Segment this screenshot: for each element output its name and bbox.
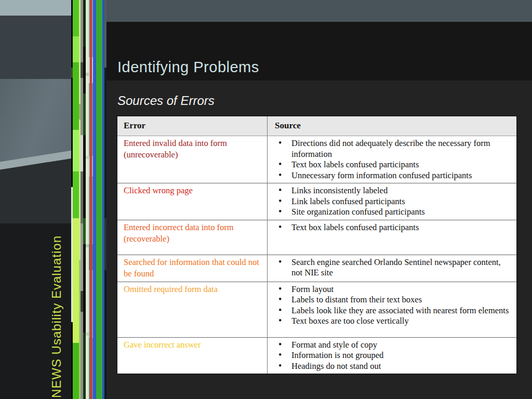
- error-cell: Searched for information that could not …: [117, 255, 268, 282]
- photo-band-light: [0, 0, 71, 16]
- error-cell: Entered invalid data into form (unrecove…: [117, 136, 268, 183]
- error-cell: Clicked wrong page: [117, 183, 268, 220]
- top-band: [107, 0, 532, 22]
- table-row: Clicked wrong page Links inconsistently …: [117, 183, 516, 220]
- table-row: Omitted required form data Form layoutLa…: [117, 282, 516, 338]
- title-band: Identifying Problems: [107, 22, 532, 81]
- source-list: Links inconsistently labeledLink labels …: [275, 185, 510, 218]
- glitch-image-strip: [71, 0, 107, 399]
- table-row: Entered invalid data into form (unrecove…: [117, 136, 516, 183]
- photo-band-gray: [0, 79, 71, 162]
- source-item: Information is not grouped: [275, 350, 510, 361]
- source-item: Text box labels confused participants: [275, 159, 510, 170]
- left-photo-background: NEWS Usability Evaluation: [0, 0, 71, 399]
- source-cell: Format and style of copyInformation is n…: [268, 338, 516, 374]
- source-item: Link labels confused participants: [275, 196, 510, 207]
- slide-content: Identifying Problems Sources of Errors E…: [107, 0, 532, 399]
- errors-table: Error Source Entered invalid data into f…: [116, 115, 517, 375]
- sidebar-vertical-title: NEWS Usability Evaluation: [49, 235, 64, 398]
- slide: NEWS Usability Evaluation Identifying Pr…: [0, 0, 532, 399]
- source-cell: Text box labels confused participants: [268, 220, 516, 255]
- source-item: Text boxes are too close vertically: [275, 316, 510, 327]
- source-cell: Search engine searched Orlando Sentinel …: [268, 255, 516, 282]
- photo-band-dark: [0, 16, 71, 79]
- table-row: Entered incorrect data into form (recove…: [117, 220, 516, 255]
- source-item: Format and style of copy: [275, 340, 510, 351]
- source-item: Site organization confused participants: [275, 207, 510, 218]
- source-list: Text box labels confused participants: [275, 222, 510, 233]
- error-cell: Omitted required form data: [117, 282, 268, 337]
- glitch-column: [73, 0, 79, 399]
- table-header-row: Error Source: [117, 116, 516, 136]
- source-cell: Links inconsistently labeledLink labels …: [268, 183, 516, 220]
- source-item: Form layout: [275, 284, 510, 295]
- slide-title: Identifying Problems: [117, 59, 259, 76]
- glitch-patch: [90, 0, 92, 399]
- source-item: Text box labels confused participants: [275, 222, 510, 233]
- source-item: Labels look like they are associated wit…: [275, 305, 510, 316]
- source-list: Directions did not adequately describe t…: [275, 138, 510, 181]
- source-item: Unnecessary form information confused pa…: [275, 170, 510, 181]
- source-item: Labels to distant from their text boxes: [275, 295, 510, 305]
- table-header-error: Error: [117, 116, 268, 136]
- table-row: Gave incorrect answer Format and style o…: [117, 338, 516, 374]
- table-header-source: Source: [268, 116, 516, 136]
- source-list: Form layoutLabels to distant from their …: [275, 284, 510, 327]
- source-list: Format and style of copyInformation is n…: [275, 340, 510, 372]
- source-item: Headings do not stand out: [275, 361, 510, 372]
- glitch-patch: [96, 0, 102, 399]
- errors-table-body: Entered invalid data into form (unrecove…: [117, 136, 516, 374]
- error-cell: Entered incorrect data into form (recove…: [117, 220, 268, 255]
- slide-subtitle: Sources of Errors: [117, 94, 215, 108]
- source-item: Search engine searched Orlando Sentinel …: [275, 257, 510, 278]
- source-list: Search engine searched Orlando Sentinel …: [275, 257, 510, 278]
- error-cell: Gave incorrect answer: [117, 338, 268, 374]
- source-item: Links inconsistently labeled: [275, 185, 510, 196]
- source-cell: Directions did not adequately describe t…: [268, 136, 516, 183]
- source-item: Directions did not adequately describe t…: [275, 138, 510, 159]
- source-cell: Form layoutLabels to distant from their …: [268, 282, 516, 337]
- table-row: Searched for information that could not …: [117, 255, 516, 282]
